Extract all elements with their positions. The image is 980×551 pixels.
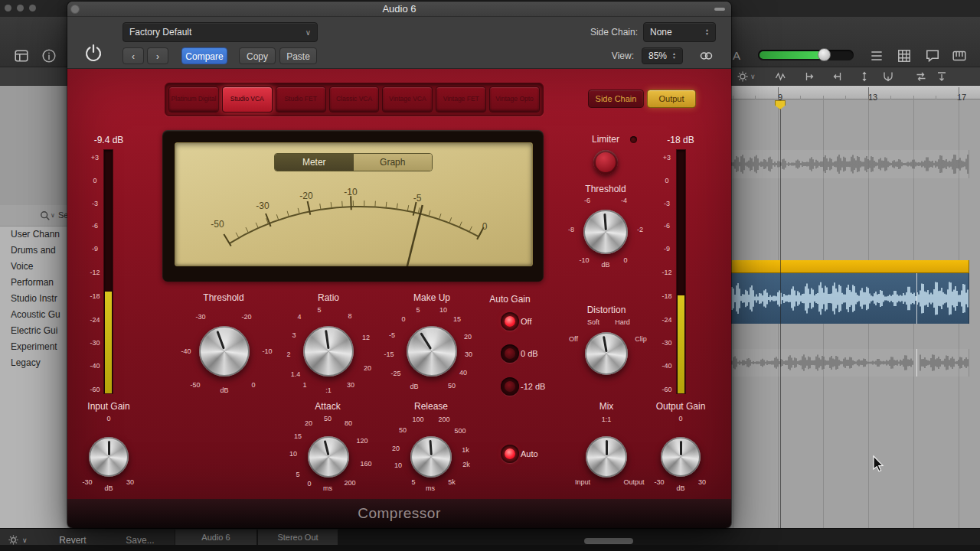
nudge-left-icon[interactable] [831, 70, 843, 83]
search-input[interactable]: Se [58, 210, 67, 220]
circuit-vintage-opto[interactable]: Vintage Opto [489, 86, 540, 112]
link-icon[interactable] [698, 48, 714, 64]
volume-fill [760, 51, 825, 59]
circuit-platinum-digital[interactable]: Platinum Digital [168, 86, 219, 112]
limiter-button[interactable] [593, 150, 618, 174]
circuit-studio-vca[interactable]: Studio VCA [222, 86, 273, 112]
next-preset-button[interactable]: › [147, 47, 168, 64]
tool-menu-icon[interactable]: A [733, 49, 740, 62]
plugin-footer: Compressor [67, 499, 731, 528]
zoom-window-icon[interactable] [29, 5, 36, 11]
threshold-knob[interactable] [199, 326, 250, 377]
selected-region-header[interactable] [731, 260, 969, 273]
chevron-down-icon: ∨ [22, 536, 28, 544]
distortion-knob[interactable] [585, 332, 628, 375]
circuit-vintage-vca[interactable]: Vintage VCA [382, 86, 433, 112]
window-bottom-edge [0, 545, 980, 551]
library-item[interactable]: Acoustic Gu [0, 307, 67, 323]
library-list: User ChannDrums andVoicePerformanStudio … [0, 227, 67, 528]
plugin-name: Compressor [358, 505, 440, 522]
library-item[interactable]: Studio Instr [0, 291, 67, 307]
input-gain-knob[interactable] [89, 437, 129, 477]
chevron-down-icon: ∨ [305, 28, 311, 37]
auto-gain-minus12db-led[interactable] [501, 377, 519, 396]
apple-loops-icon[interactable] [925, 48, 940, 64]
side-chain-view-button[interactable]: Side Chain [588, 90, 644, 108]
audio-region[interactable] [731, 349, 969, 377]
plugin-titlebar[interactable]: Audio 6 [67, 2, 731, 17]
signal-flow-tab-stereo-out[interactable]: Stereo Out [257, 530, 338, 546]
playhead[interactable] [780, 99, 781, 528]
inspector-icon[interactable] [41, 48, 57, 64]
zoom-vertical-icon[interactable] [858, 70, 871, 83]
search-icon [40, 210, 51, 221]
signal-flow-tab-audio6[interactable]: Audio 6 [175, 530, 257, 546]
view-dropdown[interactable]: 85% ▲▼ [642, 47, 683, 64]
circuit-studio-fet[interactable]: Studio FET [276, 86, 326, 112]
library-item[interactable]: Legacy [0, 355, 67, 371]
graph-tab[interactable]: Graph [354, 154, 433, 171]
gear-icon[interactable] [737, 70, 749, 83]
musical-typing-icon[interactable] [952, 48, 967, 64]
library-item[interactable]: Experiment [0, 339, 67, 355]
close-window-icon[interactable] [5, 5, 11, 11]
flex-icon[interactable] [775, 70, 787, 83]
auto-gain-0db-led[interactable] [501, 344, 519, 363]
waveform [731, 349, 969, 377]
ratio-knob[interactable] [303, 326, 354, 377]
library-item[interactable]: Electric Gui [0, 323, 67, 339]
attack-knob[interactable] [308, 436, 349, 478]
library-search[interactable]: ∨ Se [0, 205, 67, 227]
preset-dropdown[interactable]: Factory Default ∨ [122, 22, 318, 42]
stepper-chevrons-icon: ▲▼ [672, 52, 676, 60]
auto-gain-off-led[interactable] [501, 312, 519, 331]
circuit-classic-vca[interactable]: Classic VCA [329, 86, 380, 112]
note-pads-icon[interactable] [897, 48, 912, 64]
meter-tab[interactable]: Meter [275, 154, 354, 171]
scroll-mode-icon[interactable] [936, 70, 948, 83]
playhead-marker[interactable] [775, 100, 786, 109]
library-item[interactable]: Performan [0, 275, 67, 291]
nudge-right-icon[interactable] [804, 70, 816, 83]
side-chain-dropdown[interactable]: None ▲▼ [643, 22, 716, 42]
preset-value: Factory Default [129, 27, 302, 37]
chevron-down-icon: ∨ [750, 73, 756, 80]
limiter-threshold-knob[interactable] [583, 210, 628, 254]
swap-icon[interactable] [915, 70, 927, 83]
selected-audio-region[interactable] [731, 273, 969, 324]
plugin-header: Factory Default ∨ Side Chain: None ▲▼ ‹ … [67, 17, 731, 69]
compare-button[interactable]: Compare [181, 47, 227, 64]
library-item[interactable]: Voice [0, 259, 67, 275]
power-button[interactable] [83, 42, 104, 67]
catch-playhead-icon[interactable] [882, 70, 894, 83]
library-item[interactable]: Drums and [0, 243, 67, 259]
prev-preset-button[interactable]: ‹ [122, 47, 144, 64]
paste-button[interactable]: Paste [279, 47, 317, 64]
library-sidebar: ∨ Se User ChannDrums andVoicePerformanSt… [0, 86, 67, 528]
output-view-button[interactable]: Output [647, 90, 696, 108]
list-editors-icon[interactable] [869, 48, 884, 64]
library-preview [0, 86, 67, 205]
media-browser-icon[interactable] [14, 48, 29, 64]
stepper-chevrons-icon: ▲▼ [705, 28, 709, 36]
copy-button[interactable]: Copy [239, 47, 276, 64]
view-value: 85% [648, 51, 669, 61]
waveform [731, 273, 969, 324]
horizontal-scrollbar[interactable] [584, 538, 633, 544]
release-knob[interactable] [410, 436, 452, 478]
mix-knob[interactable] [586, 436, 627, 478]
action-gear-icon[interactable] [8, 534, 19, 546]
master-volume-slider[interactable] [758, 50, 854, 60]
minimize-window-icon[interactable] [17, 5, 24, 11]
library-item[interactable]: User Chann [0, 227, 67, 243]
plugin-title: Audio 6 [67, 2, 731, 17]
volume-thumb[interactable] [818, 48, 831, 61]
circuit-vintage-fet[interactable]: Vintage FET [436, 86, 486, 112]
plugin-minimize-icon[interactable] [714, 8, 725, 11]
search-scope-chevron-icon: ∨ [51, 212, 55, 219]
region-boundary [916, 273, 917, 324]
auto-release-led[interactable] [501, 445, 519, 463]
makeup-knob[interactable] [407, 326, 457, 377]
audio-region[interactable] [731, 150, 969, 178]
output-gain-knob[interactable] [661, 437, 701, 477]
